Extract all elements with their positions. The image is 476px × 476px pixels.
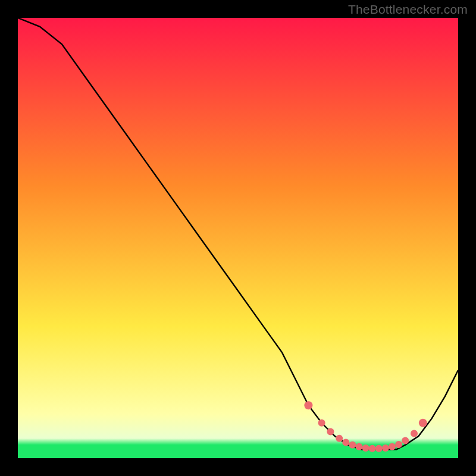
marker-dot [369,445,376,452]
chart-frame: TheBottlenecker.com [0,0,476,476]
marker-dot [349,441,356,449]
marker-dot [411,430,418,437]
marker-dot [395,441,402,448]
marker-dot [304,401,312,409]
gradient-bg [18,18,458,458]
marker-dot [336,435,343,442]
marker-dot [327,428,334,436]
marker-dot [362,444,369,452]
marker-dot [375,445,383,452]
marker-dot [402,437,409,444]
marker-dot [419,419,427,427]
marker-dot [389,443,396,450]
marker-dot [342,439,349,446]
watermark-text: TheBottlenecker.com [348,2,468,17]
plot-area [18,18,458,458]
chart-svg [18,18,458,458]
marker-dot [356,443,363,450]
marker-dot [382,444,389,452]
marker-dot [318,419,325,427]
